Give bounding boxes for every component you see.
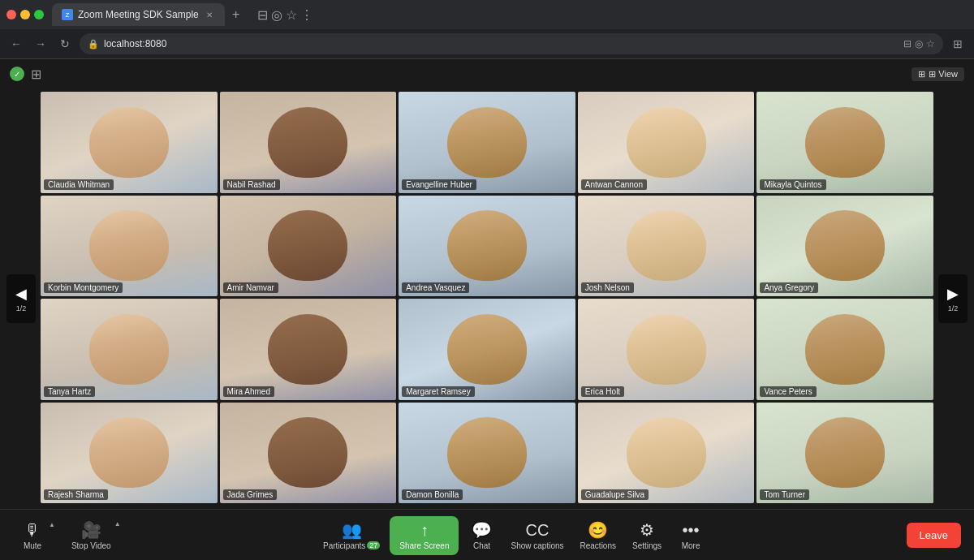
reactions-label: Reactions — [580, 541, 616, 550]
leave-button[interactable]: Leave — [907, 523, 961, 548]
video-cell[interactable]: Andrea Vasquez — [399, 196, 575, 297]
profile-address-icon[interactable]: ◎ — [915, 38, 923, 50]
captions-icon: CC — [526, 521, 549, 540]
browser-tab[interactable]: Z Zoom Meeting SDK Sample ✕ — [52, 3, 225, 26]
view-icon: ⊞ — [918, 69, 925, 80]
bookmark-icon[interactable]: ⊟ — [257, 7, 268, 23]
participant-name-label: Jada Grimes — [223, 489, 278, 500]
more-button[interactable]: ••• More — [671, 518, 710, 554]
profile-icon[interactable]: ◎ — [271, 7, 282, 23]
participant-name-label: Amir Namvar — [223, 282, 278, 293]
video-grid-container: ◀ 1/2 Claudia WhitmanNabil RashadEvangel… — [0, 88, 974, 509]
back-button[interactable]: ← — [6, 34, 26, 54]
menu-icon[interactable]: ⋮ — [300, 7, 313, 23]
participant-name-label: Antwan Cannon — [581, 179, 647, 190]
participant-name-label: Margaret Ramsey — [402, 386, 474, 397]
participants-label: Participants — [323, 541, 365, 550]
tab-bar: Z Zoom Meeting SDK Sample ✕ + — [52, 3, 246, 26]
reactions-button[interactable]: 😊 Reactions — [574, 517, 623, 554]
close-window-button[interactable] — [6, 10, 16, 19]
participant-name-label: Josh Nelson — [581, 282, 634, 293]
minimize-window-button[interactable] — [20, 10, 30, 19]
star-address-icon[interactable]: ☆ — [926, 38, 935, 50]
address-bar[interactable]: 🔒 localhost:8080 ⊟ ◎ ☆ — [80, 33, 943, 54]
address-bar-icons: ⊟ ◎ ☆ — [903, 38, 935, 50]
page-indicator-right: 1/2 — [948, 304, 959, 312]
next-page-button[interactable]: ▶ 1/2 — [938, 274, 968, 323]
new-tab-button[interactable]: + — [226, 5, 246, 24]
video-cell[interactable]: Rajesh Sharma — [41, 403, 218, 504]
participant-name-label: Anya Gregory — [760, 282, 818, 293]
participant-name-label: Tanya Hartz — [44, 386, 95, 397]
stop-video-button[interactable]: 🎥 Stop Video — [65, 517, 118, 554]
chat-label: Chat — [473, 541, 490, 550]
video-cell[interactable]: Amir Namvar — [220, 196, 397, 297]
star-icon[interactable]: ☆ — [286, 7, 297, 23]
tab-favicon: Z — [62, 9, 73, 20]
video-cell[interactable]: Jada Grimes — [220, 403, 397, 504]
stop-video-label: Stop Video — [71, 541, 111, 550]
browser-top-right: ⊟ ◎ ☆ ⋮ — [257, 7, 313, 23]
video-cell[interactable]: Mira Ahmed — [220, 299, 397, 400]
zoom-top-bar: ✓ ⊞ ⊞ ⊞ View — [0, 59, 974, 88]
video-cell[interactable]: Anya Gregory — [756, 196, 933, 297]
video-cell[interactable]: Tanya Hartz — [41, 299, 218, 400]
chat-button[interactable]: 💬 Chat — [462, 517, 501, 554]
extensions-button[interactable]: ⊞ — [948, 34, 968, 54]
video-icon: 🎥 — [81, 520, 101, 540]
participants-button[interactable]: 👥 Participants27 — [317, 517, 386, 554]
zoom-app: ✓ ⊞ ⊞ ⊞ View ◀ 1/2 Claudia WhitmanNabil … — [0, 59, 974, 560]
security-icon: 🔒 — [88, 39, 99, 50]
participant-name-label: Tom Turner — [760, 489, 809, 500]
participant-name-label: Guadalupe Silva — [581, 489, 649, 500]
maximize-window-button[interactable] — [34, 10, 44, 19]
bookmark-address-icon[interactable]: ⊟ — [903, 38, 912, 50]
video-cell[interactable]: Antwan Cannon — [578, 92, 755, 193]
refresh-button[interactable]: ↻ — [55, 34, 75, 54]
forward-button[interactable]: → — [31, 34, 50, 54]
stop-video-button-group: 🎥 Stop Video ▲ — [65, 517, 121, 554]
share-screen-label: Share Screen — [399, 541, 449, 550]
participant-name-label: Erica Holt — [581, 386, 624, 397]
captions-button[interactable]: CC Show captions — [504, 518, 570, 554]
participant-name-label: Mikayla Quintos — [760, 179, 825, 190]
video-cell[interactable]: Nabil Rashad — [220, 92, 397, 193]
video-arrow-icon[interactable]: ▲ — [114, 520, 121, 528]
participant-name-label: Evangelline Huber — [402, 179, 476, 190]
tab-close-button[interactable]: ✕ — [204, 9, 215, 20]
video-cell[interactable]: Guadalupe Silva — [578, 403, 755, 504]
chat-icon: 💬 — [472, 520, 492, 540]
mute-arrow-icon[interactable]: ▲ — [49, 521, 55, 528]
participant-name-label: Mira Ahmed — [223, 386, 274, 397]
video-cell[interactable]: Mikayla Quintos — [756, 92, 933, 193]
mute-label: Mute — [24, 541, 41, 550]
video-cell[interactable]: Erica Holt — [578, 299, 755, 400]
settings-button[interactable]: ⚙ Settings — [626, 517, 668, 554]
video-cell[interactable]: Damon Bonilla — [399, 403, 575, 504]
participants-badge: 27 — [367, 541, 380, 549]
video-cell[interactable]: Evangelline Huber — [399, 92, 575, 193]
toolbar-left: 🎙 Mute ▲ 🎥 Stop Video ▲ — [13, 517, 121, 554]
video-cell[interactable]: Claudia Whitman — [41, 92, 218, 193]
participant-name-label: Vance Peters — [760, 386, 816, 397]
video-cell[interactable]: Tom Turner — [756, 403, 933, 504]
video-cell[interactable]: Margaret Ramsey — [399, 299, 575, 400]
view-button[interactable]: ⊞ ⊞ View — [912, 67, 964, 81]
participants-icon: 👥 — [342, 520, 362, 540]
zoom-toolbar: 🎙 Mute ▲ 🎥 Stop Video ▲ 👥 Participants27 — [0, 509, 974, 560]
previous-page-button[interactable]: ◀ 1/2 — [6, 274, 36, 323]
page-indicator-left: 1/2 — [16, 304, 27, 312]
toolbar-center: 👥 Participants27 ↑ Share Screen 💬 Chat C… — [317, 516, 710, 555]
video-cell[interactable]: Korbin Montgomery — [41, 196, 218, 297]
toolbar-right: Leave — [907, 523, 961, 548]
share-screen-button[interactable]: ↑ Share Screen — [390, 516, 459, 555]
url-display: localhost:8080 — [104, 38, 166, 50]
video-cell[interactable]: Josh Nelson — [578, 196, 755, 297]
video-cell[interactable]: Vance Peters — [756, 299, 933, 400]
captions-label: Show captions — [511, 541, 563, 550]
share-screen-icon: ↑ — [420, 521, 429, 540]
mute-button[interactable]: 🎙 Mute — [13, 518, 52, 554]
grid-view-icon[interactable]: ⊞ — [31, 67, 41, 82]
more-icon: ••• — [683, 521, 700, 540]
settings-label: Settings — [632, 541, 662, 550]
